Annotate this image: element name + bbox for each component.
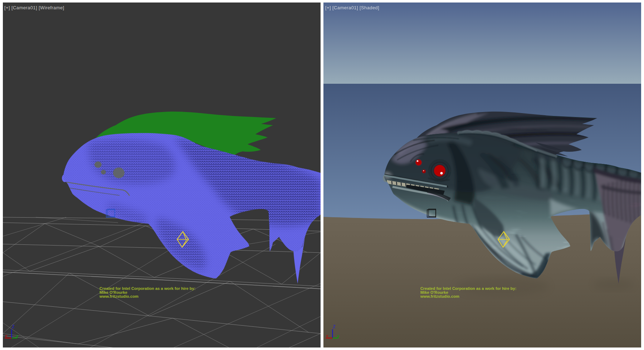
- svg-text:y: y: [337, 334, 340, 338]
- svg-text:www.fritzstudio.com: www.fritzstudio.com: [99, 294, 138, 298]
- svg-text:x: x: [5, 334, 8, 338]
- svg-text:Z: Z: [333, 324, 336, 329]
- svg-text:y: y: [16, 334, 19, 338]
- svg-text:Z: Z: [12, 324, 15, 329]
- svg-text:[+] [Camera01] [Shaded]: [+] [Camera01] [Shaded]: [325, 5, 379, 10]
- svg-text:[+] [Camera01] [Wireframe]: [+] [Camera01] [Wireframe]: [4, 5, 64, 10]
- svg-text:www.fritzstudio.com: www.fritzstudio.com: [420, 294, 459, 298]
- svg-text:x: x: [326, 334, 328, 338]
